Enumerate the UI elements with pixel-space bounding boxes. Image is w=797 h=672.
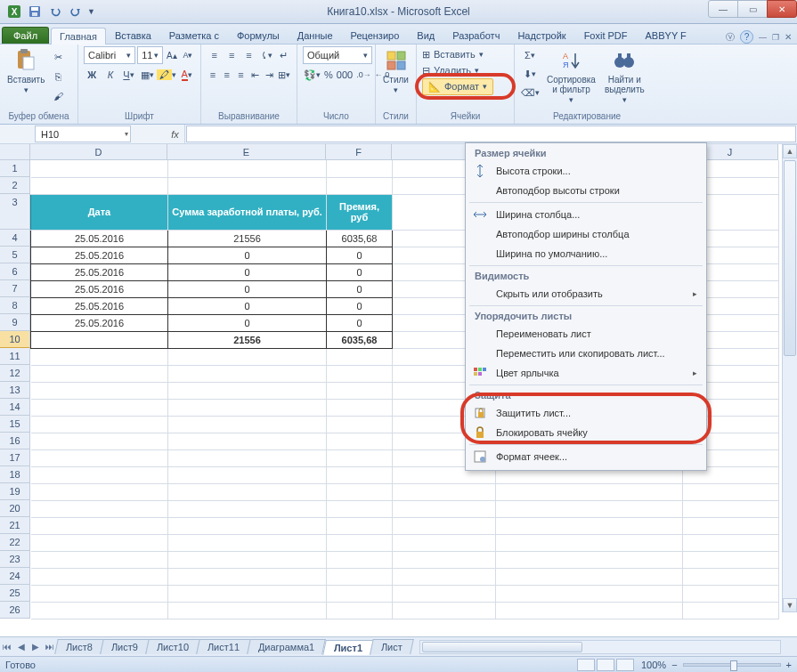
cell[interactable] (31, 602, 168, 619)
cell[interactable] (168, 483, 327, 500)
select-all-corner[interactable] (0, 144, 30, 160)
cell[interactable] (327, 466, 393, 483)
cell[interactable] (168, 348, 327, 365)
cell[interactable] (31, 416, 168, 433)
cell[interactable] (683, 568, 779, 585)
cell[interactable] (31, 331, 168, 348)
cell[interactable] (496, 500, 683, 517)
ribbon-tab-5[interactable]: Рецензиро (342, 27, 409, 44)
row-header-20[interactable]: 20 (0, 500, 30, 517)
ribbon-window-min-icon[interactable]: — (759, 33, 767, 42)
menu-hide-unhide[interactable]: Скрыть или отобразить▸ (466, 284, 706, 304)
cell[interactable] (168, 585, 327, 602)
cell[interactable] (327, 551, 393, 568)
row-header-12[interactable]: 12 (0, 365, 30, 382)
cell[interactable] (168, 500, 327, 517)
cell[interactable] (168, 568, 327, 585)
sheet-tab-6[interactable]: Лист (370, 639, 414, 654)
ribbon-tab-8[interactable]: Надстройк (508, 27, 574, 44)
row-header-22[interactable]: 22 (0, 534, 30, 551)
minimize-button[interactable]: — (708, 0, 738, 18)
qat-dropdown-icon[interactable]: ▼ (87, 7, 95, 16)
undo-icon[interactable] (46, 3, 64, 20)
cell[interactable] (327, 585, 393, 602)
comma-icon[interactable]: 000 (336, 66, 354, 84)
cell[interactable] (683, 500, 779, 517)
fill-icon[interactable]: ⬇▾ (520, 65, 540, 83)
cell[interactable] (31, 177, 168, 194)
cell[interactable] (393, 568, 496, 585)
cell[interactable] (168, 160, 327, 177)
cell[interactable] (496, 585, 683, 602)
align-center-icon[interactable]: ≡ (221, 66, 233, 84)
row-header-21[interactable]: 21 (0, 517, 30, 534)
ribbon-tab-2[interactable]: Разметка с (160, 27, 228, 44)
align-right-icon[interactable]: ≡ (235, 66, 248, 84)
cell[interactable] (168, 534, 327, 551)
ribbon-tab-6[interactable]: Вид (408, 27, 443, 44)
formula-input[interactable] (186, 125, 796, 142)
cell[interactable] (683, 602, 779, 619)
ribbon-tab-3[interactable]: Формулы (228, 27, 289, 44)
cell[interactable] (327, 160, 393, 177)
row-header-25[interactable]: 25 (0, 585, 30, 602)
cell[interactable] (496, 483, 683, 500)
cancel-formula-icon[interactable] (132, 125, 148, 142)
zoom-in-icon[interactable]: + (786, 660, 792, 670)
hscroll-thumb[interactable] (422, 642, 582, 652)
menu-move-copy-sheet[interactable]: Переместить или скопировать лист... (466, 344, 706, 363)
cell[interactable] (31, 517, 168, 534)
cell[interactable] (168, 466, 327, 483)
merge-icon[interactable]: ⊞▾ (277, 66, 291, 84)
menu-format-cells[interactable]: Формат ячеек... (466, 447, 706, 466)
ribbon-window-close-icon[interactable]: ✕ (785, 32, 792, 42)
cell[interactable] (327, 449, 393, 466)
cell[interactable]: 25.05.2016 (31, 247, 168, 263)
col-header-D[interactable]: D (30, 144, 167, 160)
cell[interactable] (683, 585, 779, 602)
row-header-11[interactable]: 11 (0, 348, 30, 365)
excel-icon[interactable]: X (5, 3, 23, 20)
cell[interactable] (31, 365, 168, 382)
page-break-view-icon[interactable] (616, 659, 634, 671)
cell[interactable]: 0 (168, 297, 327, 314)
cell[interactable]: 6035,68 (327, 331, 393, 348)
align-left-icon[interactable]: ≡ (207, 66, 219, 84)
percent-icon[interactable]: % (323, 66, 334, 84)
underline-icon[interactable]: Ч▾ (120, 66, 137, 84)
menu-lock-cell[interactable]: Блокировать ячейку (466, 423, 706, 442)
cell[interactable]: Дата (31, 194, 168, 230)
row-header-6[interactable]: 6 (0, 263, 30, 280)
sheet-nav-next-icon[interactable]: ▶ (28, 640, 43, 654)
cell[interactable] (496, 602, 683, 619)
cell[interactable] (168, 399, 327, 416)
sheet-tab-3[interactable]: Лист11 (196, 639, 251, 654)
styles-button[interactable]: Стили▾ (381, 46, 411, 97)
cell[interactable] (31, 534, 168, 551)
menu-protect-sheet[interactable]: Защитить лист... (466, 403, 706, 423)
increase-font-icon[interactable]: A▴ (165, 46, 179, 64)
cell[interactable]: 6035,68 (327, 230, 393, 247)
cell[interactable] (168, 449, 327, 466)
maximize-button[interactable]: ▭ (737, 0, 768, 18)
find-select-button[interactable]: Найти и выделить▾ (603, 46, 647, 107)
ribbon-tab-1[interactable]: Вставка (106, 27, 160, 44)
ribbon-tab-7[interactable]: Разработч (443, 27, 508, 44)
cell[interactable]: 0 (327, 297, 393, 314)
cell[interactable] (31, 466, 168, 483)
paste-button[interactable]: Вставить▾ (5, 46, 46, 105)
row-header-15[interactable]: 15 (0, 416, 30, 433)
cell[interactable]: 25.05.2016 (31, 314, 168, 331)
cell[interactable] (31, 551, 168, 568)
page-layout-view-icon[interactable] (597, 659, 614, 671)
cell[interactable] (31, 399, 168, 416)
cell[interactable] (393, 500, 496, 517)
row-header-14[interactable]: 14 (0, 399, 30, 416)
font-name-combo[interactable]: Calibri▾ (84, 46, 135, 64)
format-painter-icon[interactable]: 🖌 (48, 87, 68, 105)
cell[interactable]: 0 (168, 314, 327, 331)
row-header-18[interactable]: 18 (0, 466, 30, 483)
scroll-up-icon[interactable]: ▲ (783, 144, 797, 158)
format-cells-button[interactable]: 📐Формат▾ (422, 78, 508, 94)
cell[interactable] (393, 517, 496, 534)
